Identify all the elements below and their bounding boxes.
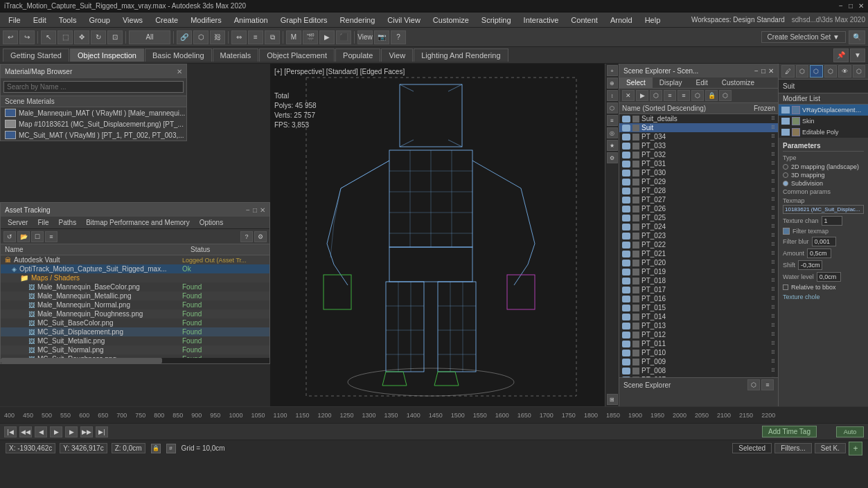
at-scrollbar-thumb[interactable]	[1, 358, 162, 363]
at-restore[interactable]: □	[253, 206, 257, 214]
relative-bbox-checkbox[interactable]	[783, 284, 788, 290]
se-tab-customize[interactable]: Customize	[715, 78, 761, 88]
at-row-normal[interactable]: 🖼 Male_Mannequin_Normal.png Found	[1, 300, 269, 309]
move-button[interactable]: ✥	[74, 30, 89, 44]
tab-materials[interactable]: Materials	[213, 48, 259, 62]
at-row-roughness[interactable]: 🖼 Male_Mannequin_Roughness.png Found	[1, 309, 269, 318]
scale-button[interactable]: ⊡	[107, 30, 123, 44]
se-snap-btn[interactable]: ⬡	[719, 90, 732, 101]
at-menu-options[interactable]: Options	[195, 218, 227, 227]
se-object-list[interactable]: Suit_details ⠿ Suit ⠿ PT_034 ⠿ PT_033 ⠿	[619, 114, 778, 377]
menu-content[interactable]: Content	[565, 15, 603, 26]
transport-play[interactable]: ▶	[50, 426, 62, 437]
maximize-button[interactable]: □	[849, 2, 853, 10]
mat-item-2[interactable]: Map #10183621 (MC_Suit_Displacement.png)…	[1, 118, 186, 129]
radio-3d[interactable]	[783, 172, 788, 178]
selection-all[interactable]: All	[129, 30, 170, 44]
tab-view[interactable]: View	[381, 48, 413, 62]
transport-prev[interactable]: ◀◀	[19, 426, 32, 437]
at-minimize[interactable]: −	[246, 206, 250, 214]
menu-views[interactable]: Views	[117, 15, 148, 26]
menu-file[interactable]: File	[3, 15, 26, 26]
se-item-pt034[interactable]: PT_034 ⠿	[619, 132, 778, 141]
at-btn-help[interactable]: ?	[240, 231, 253, 242]
menu-civil-view[interactable]: Civil View	[382, 15, 425, 26]
se-tab-display[interactable]: Display	[653, 78, 689, 88]
se-item-suit-details[interactable]: Suit_details ⠿	[619, 114, 778, 123]
mod-active-btn[interactable]: ⬡	[810, 65, 823, 78]
at-btn-list[interactable]: ≡	[45, 231, 57, 242]
undo-button[interactable]: ↩	[3, 30, 18, 44]
menu-edit[interactable]: Edit	[28, 15, 52, 26]
se-filter-btn[interactable]: ▶	[636, 90, 648, 101]
se-search-btn[interactable]: ≡	[664, 90, 676, 101]
auto-key-btn[interactable]: Auto	[836, 426, 864, 437]
vp-icon-4[interactable]: ⬡	[607, 102, 618, 114]
vp-icon-7[interactable]: ★	[607, 140, 618, 151]
menu-interactive[interactable]: Interactive	[518, 15, 565, 26]
key-plus-btn[interactable]: +	[849, 442, 862, 455]
se-item-pt014[interactable]: PT_014 ⠿	[619, 312, 778, 321]
render-setup-button[interactable]: 🎬	[303, 30, 318, 44]
create-selection-set[interactable]: Create Selection Set ▼	[761, 31, 846, 43]
at-close[interactable]: ✕	[260, 206, 265, 214]
at-btn-refresh[interactable]: ↺	[3, 231, 16, 242]
viewport[interactable]: [+] [Perspective] [Standard] [Edged Face…	[270, 64, 619, 406]
se-item-pt020[interactable]: PT_020 ⠿	[619, 258, 778, 267]
se-item-pt009[interactable]: PT_009 ⠿	[619, 357, 778, 366]
vp-icon-9[interactable]: ⊞	[607, 394, 618, 405]
menu-help[interactable]: Help	[639, 15, 666, 26]
se-settings-btn[interactable]: ≡	[677, 90, 690, 101]
at-row-optitrack[interactable]: ◈ OptiTrack_Motion_Capture_Suit_Rigged_m…	[1, 264, 269, 273]
select-region-button[interactable]: ⬚	[57, 30, 73, 44]
mod-paint-btn[interactable]: 🖊	[781, 65, 795, 78]
eye-icon-suit-details[interactable]	[622, 116, 630, 123]
at-btn-open[interactable]: 📂	[17, 231, 30, 242]
texmap-input[interactable]	[783, 205, 864, 214]
se-item-pt023[interactable]: PT_023 ⠿	[619, 231, 778, 240]
at-row-metallic[interactable]: 🖼 Male_Mannequin_Metallic.png Found	[1, 291, 269, 300]
add-time-tag-btn[interactable]: Add Time Tag	[762, 426, 817, 437]
mod-eye-vray[interactable]	[781, 107, 790, 114]
tab-object-placement[interactable]: Object Placement	[259, 48, 335, 62]
mod-item-vray[interactable]: VRayDisplacementMod	[779, 105, 868, 116]
mapping-2d-radio[interactable]: 2D mapping (landscape)	[783, 163, 864, 170]
camera-btn[interactable]: 📷	[374, 30, 389, 44]
tab-basic-modeling[interactable]: Basic Modeling	[145, 48, 212, 62]
se-item-suit[interactable]: Suit ⠿	[619, 123, 778, 132]
tab-pin-button[interactable]: 📌	[833, 48, 849, 62]
se-item-pt015[interactable]: PT_015 ⠿	[619, 303, 778, 312]
se-item-pt029[interactable]: PT_029 ⠿	[619, 177, 778, 186]
amount-input[interactable]	[807, 248, 831, 258]
at-row-maps[interactable]: 📁 Maps / Shaders	[1, 273, 269, 282]
mod-display-btn[interactable]: 👁	[838, 65, 851, 78]
bind-button[interactable]: ⬡	[193, 30, 209, 44]
transport-prev-frame[interactable]: ◀	[35, 426, 47, 437]
se-item-pt010[interactable]: PT_010 ⠿	[619, 348, 778, 357]
radio-2d[interactable]	[783, 164, 788, 170]
link-button[interactable]: 🔗	[177, 30, 192, 44]
tab-lighting-rendering[interactable]: Lighting And Rendering	[414, 48, 508, 62]
setk-btn[interactable]: Set K.	[815, 443, 846, 453]
rotate-button[interactable]: ↻	[91, 30, 106, 44]
se-close[interactable]: ✕	[768, 67, 774, 75]
vp-icon-1[interactable]: +	[607, 65, 618, 76]
mirror-button[interactable]: ⇔	[231, 30, 247, 44]
se-item-pt018[interactable]: PT_018 ⠿	[619, 276, 778, 285]
se-item-pt008[interactable]: PT_008 ⠿	[619, 366, 778, 375]
at-menu-server[interactable]: Server	[3, 218, 32, 227]
se-tab-select[interactable]: Select	[619, 78, 653, 88]
se-item-pt028[interactable]: PT_028 ⠿	[619, 186, 778, 195]
tab-getting-started[interactable]: Getting Started	[3, 48, 69, 62]
se-footer-btn1[interactable]: ⬡	[747, 379, 760, 390]
at-menu-paths[interactable]: Paths	[55, 218, 81, 227]
se-hierarchy-btn[interactable]: ⬡	[691, 90, 704, 101]
se-sort-btn[interactable]: ⬡	[650, 90, 662, 101]
se-item-pt033[interactable]: PT_033 ⠿	[619, 141, 778, 150]
se-item-pt021[interactable]: PT_021 ⠿	[619, 249, 778, 258]
water-level-input[interactable]	[817, 272, 841, 282]
minimize-button[interactable]: −	[839, 2, 843, 10]
se-item-pt017[interactable]: PT_017 ⠿	[619, 285, 778, 294]
at-row-vault[interactable]: 🏛 Autodesk Vault Logged Out (Asset Tr...	[1, 255, 269, 264]
at-menu-bitmap[interactable]: Bitmap Performance and Memory	[82, 218, 194, 227]
